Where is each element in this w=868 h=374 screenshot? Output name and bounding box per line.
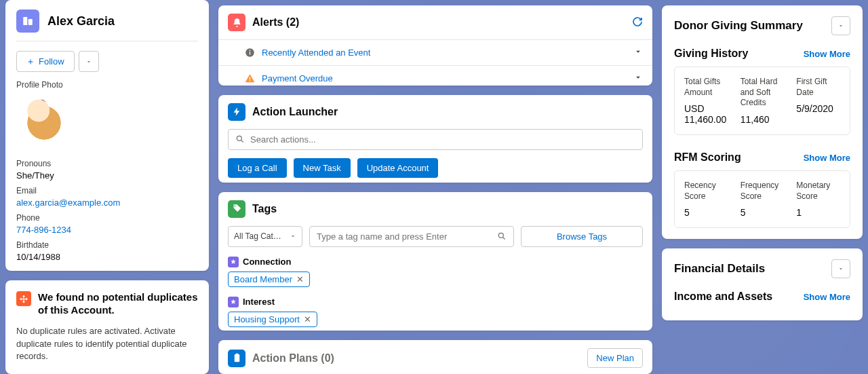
remove-chip-icon[interactable]: ✕ <box>296 274 304 284</box>
log-a-call-button[interactable]: Log a Call <box>228 158 287 178</box>
duplicates-body: No duplicate rules are activated. Activa… <box>16 325 198 364</box>
chevron-down-icon[interactable] <box>633 47 643 58</box>
plus-icon <box>26 58 35 66</box>
alert-row[interactable]: Recently Attended an Event <box>218 40 652 66</box>
metric-label: Total Hard and Soft Credits <box>741 77 785 109</box>
follow-button[interactable]: Follow <box>16 51 75 72</box>
chevron-down-icon <box>290 233 296 240</box>
follow-label: Follow <box>39 56 64 67</box>
metric-value: USD 11,460.00 <box>684 103 728 125</box>
action-plans-panel: Action Plans (0) New Plan <box>218 340 652 374</box>
donor-summary-title: Donor Giving Summary <box>674 19 803 33</box>
svg-rect-3 <box>249 52 250 54</box>
tag-chip-housing-support[interactable]: Housing Support ✕ <box>228 312 317 327</box>
action-launcher-title: Action Launcher <box>252 106 338 118</box>
info-icon <box>244 48 255 58</box>
svg-rect-5 <box>249 77 250 80</box>
svg-point-4 <box>249 50 250 52</box>
income-assets-title: Income and Assets <box>674 291 772 303</box>
alert-row[interactable]: Payment Overdue <box>218 66 652 86</box>
financial-details-card: Financial Details Income and Assets Show… <box>662 248 863 320</box>
chevron-down-icon <box>85 58 92 65</box>
alerts-panel: Alerts (2) Recently Attended an Event Pa… <box>218 5 652 86</box>
svg-rect-9 <box>234 354 239 362</box>
birthdate-label: Birthdate <box>16 240 198 250</box>
search-actions-field[interactable] <box>250 134 635 145</box>
chevron-down-icon[interactable] <box>633 73 643 84</box>
rfm-show-more[interactable]: Show More <box>804 153 850 163</box>
income-assets-show-more[interactable]: Show More <box>804 292 850 302</box>
metric-label: Monetary Score <box>796 181 840 202</box>
action-launcher-panel: Action Launcher Log a Call New Task Upda… <box>218 95 652 183</box>
alert-link[interactable]: Payment Overdue <box>262 73 627 83</box>
remove-chip-icon[interactable]: ✕ <box>304 314 311 324</box>
metric-value: 5/9/2020 <box>796 103 840 114</box>
donor-summary-card: Donor Giving Summary Giving History Show… <box>662 5 863 239</box>
new-task-button[interactable]: New Task <box>294 158 351 178</box>
tag-chip-board-member[interactable]: Board Member ✕ <box>228 272 310 287</box>
profile-card: Alex Garcia Follow Profile Photo Pronoun… <box>5 0 209 271</box>
tag-group-label: Connection <box>243 257 292 267</box>
svg-rect-1 <box>28 19 33 25</box>
donor-summary-menu[interactable] <box>831 16 850 35</box>
account-icon <box>16 10 39 33</box>
new-plan-button[interactable]: New Plan <box>587 348 643 368</box>
tag-category-select[interactable]: All Tag Cat… <box>228 226 302 247</box>
bell-icon <box>228 14 245 31</box>
alerts-title: Alerts (2) <box>252 16 299 29</box>
phone-label: Phone <box>16 213 198 223</box>
follow-dropdown[interactable] <box>79 51 99 72</box>
giving-history-title: Giving History <box>674 48 748 60</box>
birthdate-value: 10/14/1988 <box>16 252 198 262</box>
rfm-metrics: Recency Score 5 Frequency Score 5 Moneta… <box>674 170 850 228</box>
browse-tags-button[interactable]: Browse Tags <box>521 226 643 247</box>
email-label: Email <box>16 186 198 195</box>
search-icon <box>497 231 507 241</box>
tag-input-wrap[interactable] <box>309 226 514 247</box>
profile-name: Alex Garcia <box>47 14 115 29</box>
tag-icon <box>228 200 245 218</box>
refresh-icon[interactable] <box>632 16 643 29</box>
metric-value: 11,460 <box>741 114 785 125</box>
metric-label: Frequency Score <box>741 181 785 202</box>
metric-value: 5 <box>741 207 785 218</box>
phone-link[interactable]: 774-896-1234 <box>16 225 198 235</box>
merge-icon <box>16 291 31 306</box>
chip-label: Housing Support <box>234 314 300 324</box>
metric-label: Total Gifts Amount <box>684 77 728 98</box>
email-link[interactable]: alex.garcia@example.com <box>16 198 198 208</box>
duplicates-title: We found no potential duplicates of this… <box>38 291 198 317</box>
svg-rect-0 <box>23 17 27 25</box>
action-plans-title: Action Plans (0) <box>252 352 334 364</box>
star-icon <box>228 297 239 307</box>
svg-point-8 <box>498 233 503 238</box>
chip-label: Board Member <box>234 274 292 284</box>
svg-point-7 <box>237 136 241 141</box>
rfm-title: RFM Scoring <box>674 151 741 164</box>
tag-group-connection: Connection <box>228 257 643 267</box>
svg-point-6 <box>249 80 250 81</box>
financial-details-title: Financial Details <box>674 262 765 276</box>
alert-link[interactable]: Recently Attended an Event <box>262 48 627 58</box>
metric-value: 1 <box>796 207 840 218</box>
metric-label: Recency Score <box>684 181 728 202</box>
pronouns-label: Pronouns <box>16 159 198 168</box>
svg-rect-10 <box>235 354 238 355</box>
giving-history-show-more[interactable]: Show More <box>804 49 850 59</box>
tags-title: Tags <box>252 203 277 215</box>
search-actions-input[interactable] <box>228 129 643 150</box>
tag-group-interest: Interest <box>228 297 643 307</box>
avatar[interactable] <box>16 92 72 153</box>
profile-photo-label: Profile Photo <box>16 80 198 90</box>
star-icon <box>228 257 239 267</box>
lightning-icon <box>228 103 245 121</box>
giving-history-metrics: Total Gifts Amount USD 11,460.00 Total H… <box>674 67 850 135</box>
financial-details-menu[interactable] <box>831 259 850 278</box>
chevron-down-icon <box>837 22 844 29</box>
tag-group-label: Interest <box>243 297 275 307</box>
tag-category-label: All Tag Cat… <box>234 231 281 241</box>
tags-panel: Tags All Tag Cat… Browse Tags Connection… <box>218 192 652 331</box>
tag-input[interactable] <box>317 231 497 242</box>
update-account-button[interactable]: Update Account <box>357 158 439 178</box>
metric-value: 5 <box>684 207 728 218</box>
